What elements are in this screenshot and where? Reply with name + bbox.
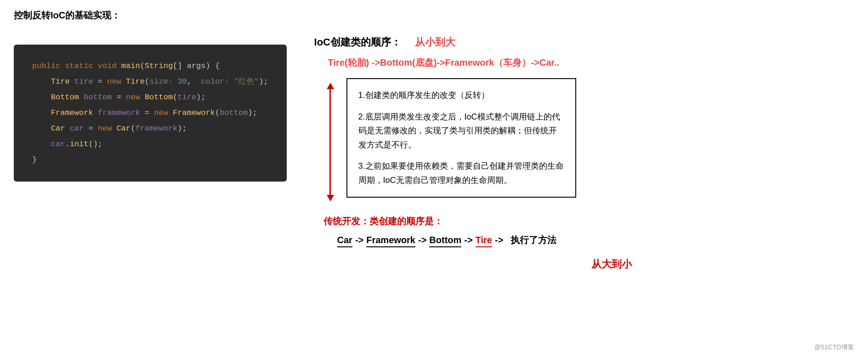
arrow-container [323,83,337,201]
code-token: void [98,62,117,70]
code-token [93,62,98,70]
code-token: Car [117,124,131,133]
code-token: new [126,93,140,102]
code-token: main [121,62,140,70]
code-token: Framework [173,108,215,117]
code-token: } [32,155,37,164]
traditional-section: 传统开发：类创建的顺序是： Car->Framework->Bottom->Ti… [323,215,854,271]
code-token: , [187,77,201,86]
traditional-title: 传统开发：类创建的顺序是： [323,215,854,228]
annotation-item-1: 2.底层调用类发生改变之后，IoC模式整个调用链上的代码是无需修改的，实现了类与… [358,110,564,152]
code-token: ); [248,108,257,117]
code-token: Bottom [51,93,79,102]
code-token: static [65,62,93,70]
code-token: ); [196,93,205,102]
code-token [229,77,234,86]
code-token [93,108,98,117]
code-line: public static void main(String[] args) { [32,58,268,74]
code-token: ); [177,124,187,133]
code-token: . [65,140,69,148]
code-token: size: [149,77,173,86]
code-token: bottom [220,108,248,117]
code-token: = [112,93,126,102]
code-token: new [107,77,121,86]
code-token: ( [145,77,149,86]
chain-item-text: Car [337,235,352,245]
right-panel: IoC创建类的顺序： 从小到大 Tire(轮胎) ->Bottom(底盘)->F… [314,35,854,271]
code-token: car [51,140,65,148]
code-line: car.init(); [32,137,268,152]
chain-item-6: Tire [476,235,492,247]
arrow-up-head [327,83,334,89]
code-token [32,124,51,133]
code-token: bottom [84,93,112,102]
chain-item-underline [366,246,415,247]
code-token [79,93,84,102]
code-token: String [145,62,173,70]
code-token: framework [135,124,177,133]
code-line: Tire tire = new Tire(size: 30, color: "红… [32,74,268,90]
code-token: Tire [51,77,70,86]
chain-item-underline [337,246,352,247]
code-token [168,108,173,117]
code-token: car [70,124,84,133]
chain-item-2: Framework [366,235,415,247]
code-token [32,77,51,86]
code-token: ( [130,124,135,133]
chain-arrow-7: -> [495,235,503,247]
code-token: ); [259,77,268,86]
chain-item-text: Tire [476,235,492,245]
arrow-down-head [327,195,334,201]
code-token: "红色" [234,77,259,86]
from-big-to-small: 从大到小 [369,257,854,271]
ioc-order-value: 从小到大 [415,35,455,49]
watermark: @51CTO博客 [814,343,854,352]
arrow-line [329,89,331,195]
code-token: Tire [126,77,145,86]
code-token: framework [98,108,140,117]
code-token: public [32,62,60,70]
ioc-chain: Tire(轮胎) ->Bottom(底盘)->Framework（车身）->Ca… [328,57,854,69]
code-token: = [84,124,98,133]
annotation-item-2: 3.之前如果要使用依赖类，需要自己创建并管理类的生命周期，IoC无需自己管理对象… [358,159,564,187]
chain-item-text: Framework [366,235,415,245]
content-area: public static void main(String[] args) {… [14,35,854,271]
code-line: Framework framework = new Framework(bott… [32,105,268,121]
code-token: ( [140,62,145,70]
code-token: ( [215,108,220,117]
code-token: color: [201,77,229,86]
chain-item-underline [476,246,492,247]
chain-arrow-5: -> [464,235,472,247]
code-token: Bottom [145,93,173,102]
code-line: } [32,152,268,168]
code-token: new [98,124,112,133]
code-token: tire [177,93,196,102]
code-line: Car car = new Car(framework); [32,121,268,137]
code-token [112,124,116,133]
annotation-box-wrapper: 1.创建类的顺序发生的改变（反转）2.底层调用类发生改变之后，IoC模式整个调用… [323,78,854,201]
code-token: Framework [51,108,93,117]
code-token: init [70,140,89,148]
chain-item-text: Bottom [429,235,461,245]
code-token: Car [51,124,65,133]
chain-item-0: Car [337,235,352,247]
code-token [60,62,65,70]
annotation-box: 1.创建类的顺序发生的改变（反转）2.底层调用类发生改变之后，IoC模式整个调用… [346,78,576,198]
code-token: (); [88,140,102,148]
chain-item-4: Bottom [429,235,461,247]
code-token [173,77,177,86]
code-token: ( [173,93,177,102]
code-token [32,140,51,148]
annotation-item-0: 1.创建类的顺序发生的改变（反转） [358,88,564,103]
code-token: tire [74,77,93,86]
chain-plain-8: 执行了方法 [511,234,556,248]
code-token [65,124,69,133]
code-token: new [154,108,168,117]
code-token [140,93,145,102]
code-token [32,108,51,117]
traditional-chain: Car->Framework->Bottom->Tire->执行了方法 [337,234,854,248]
code-token: = [93,77,108,86]
chain-arrow-1: -> [355,235,363,247]
code-token: = [140,108,154,117]
code-token: [] args) { [173,62,220,70]
